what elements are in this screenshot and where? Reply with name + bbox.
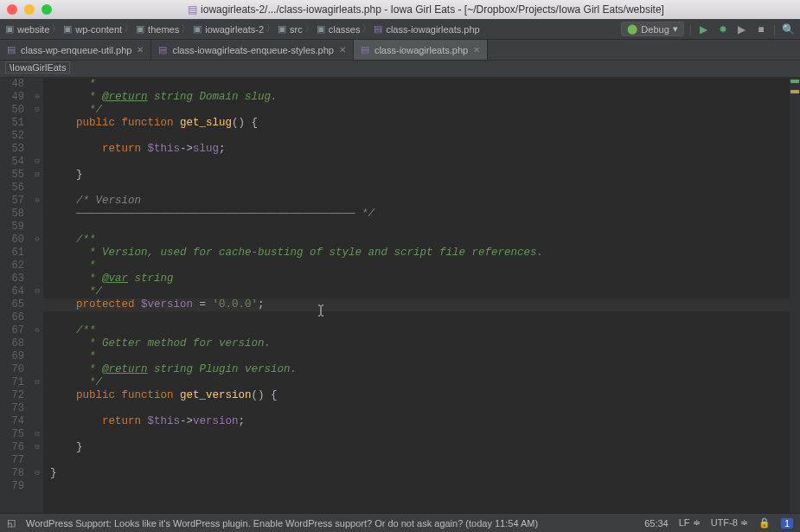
editor-tab[interactable]: ▤class-wp-enqueue-util.php✕ [0, 40, 151, 60]
titlebar: ▤ iowagirleats-2/.../class-iowagirleats.… [0, 0, 800, 19]
code-line[interactable]: * [43, 350, 790, 363]
php-icon: ▤ [7, 44, 16, 55]
status-bar: ◱ WordPress Support: Looks like it's Wor… [0, 513, 800, 532]
folder-icon: ▣ [193, 23, 202, 35]
code-line[interactable]: } [43, 169, 790, 182]
coverage-button[interactable]: ▶ [735, 22, 749, 36]
code-line[interactable]: return $this->version; [43, 415, 790, 428]
divider: | [689, 23, 692, 35]
status-message[interactable]: WordPress Support: Looks like it's WordP… [26, 518, 538, 529]
editor-tab[interactable]: ▤class-iowagirleats.php✕ [354, 40, 488, 60]
chevron-right-icon: 〉 [362, 22, 372, 36]
code-line[interactable]: } [43, 467, 790, 480]
window-controls [7, 4, 52, 15]
editor-tab[interactable]: ▤class-iowagirleats-enqueue-styles.php✕ [151, 40, 353, 60]
code-line[interactable]: * [43, 78, 790, 91]
chevron-right-icon: 〉 [304, 22, 315, 36]
line-separator[interactable]: LF ≑ [679, 517, 701, 529]
status-marker [790, 80, 799, 83]
editor-area: 4849505152535455565758596061626364656667… [0, 78, 800, 513]
file-encoding[interactable]: UTF-8 ≑ [711, 517, 748, 529]
code-line[interactable] [43, 454, 790, 467]
run-button[interactable]: ▶ [697, 22, 711, 36]
zoom-window[interactable] [42, 4, 52, 15]
php-icon: ▤ [374, 23, 382, 35]
search-icon[interactable]: 🔍 [781, 22, 795, 36]
minimize-window[interactable] [24, 4, 35, 15]
window-title: ▤ iowagirleats-2/.../class-iowagirleats.… [59, 3, 793, 16]
editor-tabs: ▤class-wp-enqueue-util.php✕▤class-iowagi… [0, 40, 800, 61]
breadcrumb-item[interactable]: ▣wp-content [63, 23, 122, 35]
warning-marker[interactable] [790, 90, 799, 93]
code-line[interactable]: */ [43, 104, 790, 117]
marker-bar[interactable] [790, 78, 800, 513]
tool-window-icon[interactable]: ◱ [7, 517, 16, 529]
breadcrumb-item[interactable]: ▣iowagirleats-2 [193, 23, 264, 35]
folder-icon: ▣ [63, 23, 72, 35]
close-tab-icon[interactable]: ✕ [473, 45, 480, 54]
notification-badge[interactable]: 1 [781, 518, 793, 529]
folder-icon: ▣ [136, 23, 144, 35]
code-line[interactable] [43, 156, 790, 169]
breadcrumb-item[interactable]: ▣website [5, 23, 49, 35]
chevron-down-icon: ▾ [673, 23, 678, 35]
close-tab-icon[interactable]: ✕ [137, 45, 144, 54]
divider: | [773, 23, 776, 35]
code-line[interactable]: * @return string Plugin version. [43, 363, 790, 376]
code-line[interactable]: protected $version = '0.0.0'; [43, 298, 790, 311]
path-breadcrumbs: ▣website〉▣wp-content〉▣themes〉▣iowagirlea… [5, 22, 480, 36]
code-content[interactable]: * * @return string Domain slug. */ publi… [43, 78, 790, 513]
code-line[interactable]: return $this->slug; [43, 143, 790, 156]
navigation-bar: ▣website〉▣wp-content〉▣themes〉▣iowagirlea… [0, 19, 800, 40]
code-line[interactable]: public function get_slug() { [43, 117, 790, 130]
code-line[interactable]: /* Version [43, 195, 790, 208]
folder-icon: ▣ [278, 23, 286, 35]
folder-icon: ▣ [317, 23, 325, 35]
code-line[interactable]: * Version, used for cache-busting of sty… [43, 247, 790, 260]
code-line[interactable]: ————————————————————————————————————————… [43, 208, 790, 221]
bug-icon: ⬤ [627, 23, 637, 35]
code-line[interactable]: * @var string [43, 272, 790, 285]
code-line[interactable] [43, 221, 790, 234]
run-config-selector[interactable]: ⬤ Debug ▾ [621, 22, 683, 36]
php-icon: ▤ [158, 44, 167, 55]
php-icon: ▤ [361, 44, 369, 55]
fold-gutter[interactable]: ⊖⊟⊟⊟⊖⊖⊟⊖⊟⊟⊟⊟ [31, 78, 43, 513]
code-line[interactable]: } [43, 441, 790, 454]
chevron-right-icon: 〉 [181, 22, 191, 36]
breadcrumb-item[interactable]: ▣classes [317, 23, 361, 35]
close-window[interactable] [7, 4, 17, 15]
lock-icon[interactable]: 🔒 [758, 517, 771, 529]
breadcrumb-item[interactable]: ▣themes [136, 23, 179, 35]
code-line[interactable] [43, 182, 790, 195]
breadcrumb-item[interactable]: ▣src [278, 23, 303, 35]
code-line[interactable]: /** [43, 234, 790, 247]
chevron-right-icon: 〉 [51, 22, 61, 36]
code-line[interactable]: * [43, 260, 790, 272]
code-breadcrumb[interactable]: \IowaGirlEats [0, 61, 800, 78]
code-line[interactable]: */ [43, 285, 790, 298]
code-line[interactable] [43, 402, 790, 415]
code-line[interactable]: public function get_version() { [43, 389, 790, 402]
code-line[interactable]: * Getter method for version. [43, 337, 790, 350]
code-line[interactable]: * @return string Domain slug. [43, 91, 790, 104]
folder-icon: ▣ [5, 23, 14, 35]
code-line[interactable]: /** [43, 324, 790, 337]
code-line[interactable] [43, 480, 790, 493]
code-line[interactable] [43, 428, 790, 441]
chevron-right-icon: 〉 [266, 22, 276, 36]
php-icon: ▤ [188, 3, 197, 16]
debug-button[interactable]: ✸ [716, 22, 730, 36]
breadcrumb-item[interactable]: ▤class-iowagirleats.php [374, 23, 479, 35]
code-line[interactable]: */ [43, 376, 790, 389]
line-numbers: 4849505152535455565758596061626364656667… [0, 78, 31, 513]
stop-button[interactable]: ■ [754, 22, 768, 36]
chevron-right-icon: 〉 [124, 22, 134, 36]
code-line[interactable] [43, 130, 790, 143]
close-tab-icon[interactable]: ✕ [339, 45, 346, 54]
cursor-position[interactable]: 65:34 [644, 518, 669, 529]
code-line[interactable] [43, 311, 790, 324]
